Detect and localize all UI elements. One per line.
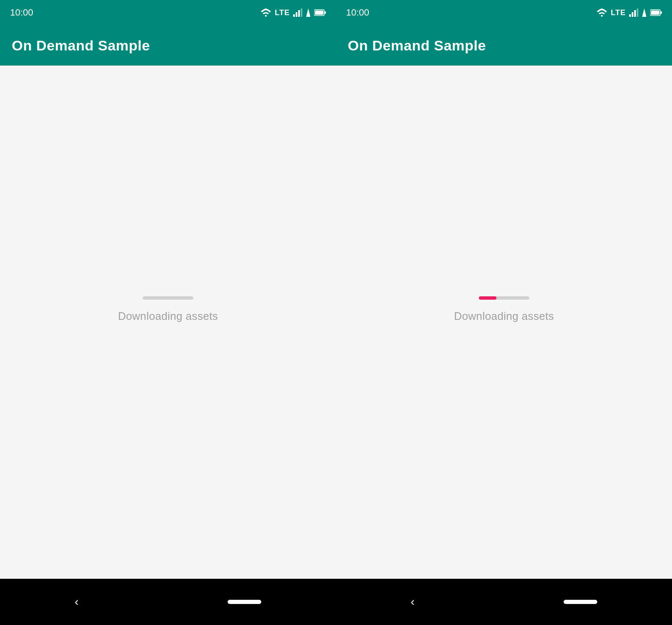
nav-back-right[interactable]: ‹ xyxy=(411,595,415,609)
app-title-right: On Demand Sample xyxy=(348,37,486,54)
back-icon-left: ‹ xyxy=(75,595,79,609)
svg-rect-10 xyxy=(634,10,636,17)
downloading-text-left: Downloading assets xyxy=(118,310,218,323)
svg-rect-0 xyxy=(293,14,295,17)
status-icons-right: LTE xyxy=(596,8,662,17)
app-bar-right: On Demand Sample xyxy=(336,25,672,66)
status-icons-left: LTE xyxy=(260,8,326,17)
nav-bar-right: ‹ xyxy=(336,579,672,625)
svg-rect-9 xyxy=(632,12,633,17)
back-icon-right: ‹ xyxy=(411,595,415,609)
status-time-right: 10:00 xyxy=(346,7,369,18)
nav-bar-left: ‹ xyxy=(0,579,336,625)
content-area-left: Downloading assets xyxy=(0,66,336,579)
wifi-icon xyxy=(260,8,271,17)
home-pill-left xyxy=(228,600,261,604)
svg-rect-11 xyxy=(637,8,638,17)
loading-container-left: Downloading assets xyxy=(118,296,218,323)
phone-right: 10:00 LTE xyxy=(336,0,672,625)
status-bar-left: 10:00 LTE xyxy=(0,0,336,25)
signal-icon-right xyxy=(629,8,638,17)
svg-marker-12 xyxy=(642,8,646,17)
nav-home-right[interactable] xyxy=(564,600,597,604)
app-bar-left: On Demand Sample xyxy=(0,25,336,66)
svg-rect-6 xyxy=(325,11,326,14)
status-time-left: 10:00 xyxy=(10,7,33,18)
progress-bar-left xyxy=(143,296,193,300)
content-area-right: Downloading assets xyxy=(336,66,672,579)
status-bar-right: 10:00 LTE xyxy=(336,0,672,25)
signal-arrow-right xyxy=(642,8,647,17)
nav-home-left[interactable] xyxy=(228,600,261,604)
svg-rect-3 xyxy=(301,8,302,17)
nav-back-left[interactable]: ‹ xyxy=(75,595,79,609)
home-pill-right xyxy=(564,600,597,604)
svg-marker-4 xyxy=(306,8,310,17)
svg-rect-8 xyxy=(629,14,631,17)
progress-fill-right xyxy=(479,296,496,300)
svg-rect-2 xyxy=(298,10,300,17)
phone-left: 10:00 LTE xyxy=(0,0,336,625)
svg-rect-15 xyxy=(651,11,659,15)
svg-rect-14 xyxy=(661,11,662,14)
svg-rect-7 xyxy=(315,11,323,15)
loading-container-right: Downloading assets xyxy=(454,296,554,323)
battery-icon-left xyxy=(314,9,326,16)
svg-rect-1 xyxy=(296,12,297,17)
progress-bar-right xyxy=(479,296,529,300)
battery-icon-right xyxy=(650,9,662,16)
wifi-icon-right xyxy=(596,8,607,17)
signal-icon-left xyxy=(293,8,302,17)
app-title-left: On Demand Sample xyxy=(12,37,150,54)
downloading-text-right: Downloading assets xyxy=(454,310,554,323)
signal-arrow-left xyxy=(306,8,311,17)
lte-label-right: LTE xyxy=(611,8,626,17)
lte-label-left: LTE xyxy=(275,8,290,17)
